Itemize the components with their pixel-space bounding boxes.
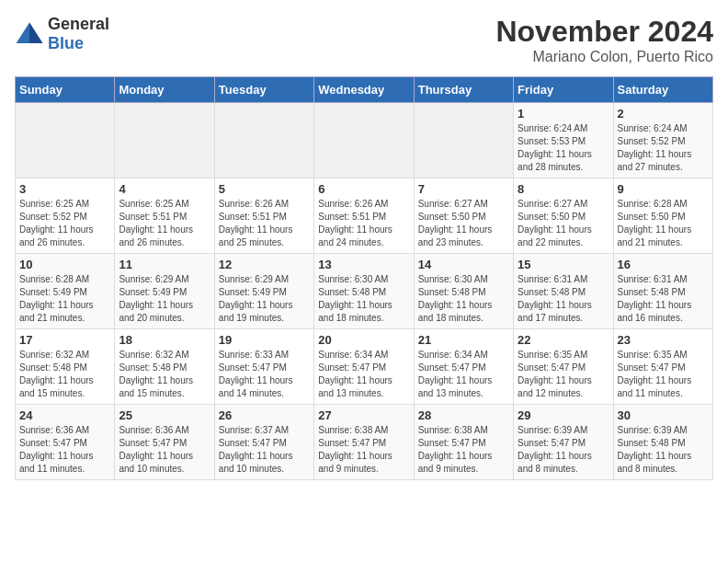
- day-number: 13: [318, 258, 409, 271]
- calendar-cell: 3Sunrise: 6:25 AM Sunset: 5:52 PM Daylig…: [16, 178, 115, 254]
- day-number: 25: [119, 408, 210, 422]
- day-info: Sunrise: 6:28 AM Sunset: 5:50 PM Dayligh…: [618, 198, 709, 249]
- calendar-cell: [314, 103, 414, 178]
- day-number: 4: [119, 182, 210, 196]
- logo-icon: [15, 21, 44, 47]
- calendar-cell: [115, 103, 214, 178]
- day-info: Sunrise: 6:34 AM Sunset: 5:47 PM Dayligh…: [318, 349, 409, 400]
- calendar-cell: 18Sunrise: 6:32 AM Sunset: 5:48 PM Dayli…: [115, 329, 214, 405]
- month-title: November 2024: [495, 15, 713, 49]
- day-number: 7: [418, 182, 509, 196]
- day-info: Sunrise: 6:32 AM Sunset: 5:48 PM Dayligh…: [19, 349, 110, 400]
- day-info: Sunrise: 6:36 AM Sunset: 5:47 PM Dayligh…: [19, 424, 110, 476]
- title-area: November 2024 Mariano Colon, Puerto Rico: [495, 15, 713, 65]
- day-number: 18: [119, 333, 210, 347]
- calendar-header-row: SundayMondayTuesdayWednesdayThursdayFrid…: [16, 77, 713, 103]
- day-number: 17: [19, 333, 110, 347]
- calendar-week-row: 10Sunrise: 6:28 AM Sunset: 5:49 PM Dayli…: [16, 254, 713, 329]
- day-number: 27: [318, 408, 409, 422]
- day-number: 22: [518, 333, 609, 347]
- day-number: 15: [518, 258, 609, 271]
- calendar-cell: 28Sunrise: 6:38 AM Sunset: 5:47 PM Dayli…: [414, 405, 513, 480]
- day-info: Sunrise: 6:35 AM Sunset: 5:47 PM Dayligh…: [618, 349, 709, 400]
- day-info: Sunrise: 6:28 AM Sunset: 5:49 PM Dayligh…: [19, 273, 110, 325]
- calendar-cell: 4Sunrise: 6:25 AM Sunset: 5:51 PM Daylig…: [115, 178, 214, 254]
- calendar-cell: 15Sunrise: 6:31 AM Sunset: 5:48 PM Dayli…: [514, 254, 613, 329]
- calendar-cell: 21Sunrise: 6:34 AM Sunset: 5:47 PM Dayli…: [414, 329, 513, 405]
- calendar-cell: 24Sunrise: 6:36 AM Sunset: 5:47 PM Dayli…: [16, 405, 115, 480]
- weekday-header: Wednesday: [314, 77, 414, 103]
- day-number: 1: [518, 107, 609, 121]
- day-number: 24: [19, 408, 110, 422]
- day-number: 20: [318, 333, 409, 347]
- weekday-header: Thursday: [414, 77, 513, 103]
- logo-blue: Blue: [48, 34, 84, 52]
- weekday-header: Monday: [115, 77, 214, 103]
- calendar-cell: 30Sunrise: 6:39 AM Sunset: 5:48 PM Dayli…: [613, 405, 712, 480]
- day-info: Sunrise: 6:38 AM Sunset: 5:47 PM Dayligh…: [318, 424, 409, 476]
- calendar-cell: 23Sunrise: 6:35 AM Sunset: 5:47 PM Dayli…: [613, 329, 712, 405]
- day-info: Sunrise: 6:24 AM Sunset: 5:52 PM Dayligh…: [618, 122, 709, 174]
- logo-text: General Blue: [48, 15, 109, 53]
- calendar-cell: 5Sunrise: 6:26 AM Sunset: 5:51 PM Daylig…: [214, 178, 313, 254]
- day-number: 30: [618, 408, 709, 422]
- day-number: 23: [618, 333, 709, 347]
- day-info: Sunrise: 6:29 AM Sunset: 5:49 PM Dayligh…: [219, 273, 310, 325]
- calendar-cell: 19Sunrise: 6:33 AM Sunset: 5:47 PM Dayli…: [214, 329, 313, 405]
- svg-marker-1: [29, 23, 42, 43]
- calendar-cell: 8Sunrise: 6:27 AM Sunset: 5:50 PM Daylig…: [514, 178, 613, 254]
- calendar-cell: 25Sunrise: 6:36 AM Sunset: 5:47 PM Dayli…: [115, 405, 214, 480]
- header: General Blue November 2024 Mariano Colon…: [15, 15, 713, 65]
- calendar-cell: 10Sunrise: 6:28 AM Sunset: 5:49 PM Dayli…: [16, 254, 115, 329]
- day-info: Sunrise: 6:25 AM Sunset: 5:51 PM Dayligh…: [119, 198, 210, 249]
- calendar-week-row: 17Sunrise: 6:32 AM Sunset: 5:48 PM Dayli…: [16, 329, 713, 405]
- day-info: Sunrise: 6:27 AM Sunset: 5:50 PM Dayligh…: [518, 198, 609, 249]
- calendar-cell: 20Sunrise: 6:34 AM Sunset: 5:47 PM Dayli…: [314, 329, 414, 405]
- calendar-cell: 12Sunrise: 6:29 AM Sunset: 5:49 PM Dayli…: [214, 254, 313, 329]
- calendar-week-row: 3Sunrise: 6:25 AM Sunset: 5:52 PM Daylig…: [16, 178, 713, 254]
- location-title: Mariano Colon, Puerto Rico: [495, 49, 713, 65]
- calendar-cell: 27Sunrise: 6:38 AM Sunset: 5:47 PM Dayli…: [314, 405, 414, 480]
- day-number: 8: [518, 182, 609, 196]
- day-number: 11: [119, 258, 210, 271]
- calendar-cell: 22Sunrise: 6:35 AM Sunset: 5:47 PM Dayli…: [514, 329, 613, 405]
- day-number: 10: [19, 258, 110, 271]
- day-info: Sunrise: 6:31 AM Sunset: 5:48 PM Dayligh…: [618, 273, 709, 325]
- day-info: Sunrise: 6:26 AM Sunset: 5:51 PM Dayligh…: [318, 198, 409, 249]
- day-info: Sunrise: 6:30 AM Sunset: 5:48 PM Dayligh…: [318, 273, 409, 325]
- weekday-header: Saturday: [613, 77, 712, 103]
- day-info: Sunrise: 6:35 AM Sunset: 5:47 PM Dayligh…: [518, 349, 609, 400]
- logo-general: General: [48, 15, 109, 33]
- calendar-week-row: 24Sunrise: 6:36 AM Sunset: 5:47 PM Dayli…: [16, 405, 713, 480]
- calendar-body: 1Sunrise: 6:24 AM Sunset: 5:53 PM Daylig…: [16, 103, 713, 480]
- calendar-cell: 11Sunrise: 6:29 AM Sunset: 5:49 PM Dayli…: [115, 254, 214, 329]
- day-info: Sunrise: 6:37 AM Sunset: 5:47 PM Dayligh…: [219, 424, 310, 476]
- day-info: Sunrise: 6:27 AM Sunset: 5:50 PM Dayligh…: [418, 198, 509, 249]
- calendar-week-row: 1Sunrise: 6:24 AM Sunset: 5:53 PM Daylig…: [16, 103, 713, 178]
- day-info: Sunrise: 6:26 AM Sunset: 5:51 PM Dayligh…: [219, 198, 310, 249]
- day-info: Sunrise: 6:36 AM Sunset: 5:47 PM Dayligh…: [119, 424, 210, 476]
- weekday-header: Friday: [514, 77, 613, 103]
- calendar-table: SundayMondayTuesdayWednesdayThursdayFrid…: [15, 76, 713, 480]
- day-info: Sunrise: 6:25 AM Sunset: 5:52 PM Dayligh…: [19, 198, 110, 249]
- day-number: 19: [219, 333, 310, 347]
- day-number: 3: [19, 182, 110, 196]
- calendar-cell: [214, 103, 313, 178]
- calendar-cell: 26Sunrise: 6:37 AM Sunset: 5:47 PM Dayli…: [214, 405, 313, 480]
- day-number: 6: [318, 182, 409, 196]
- day-info: Sunrise: 6:38 AM Sunset: 5:47 PM Dayligh…: [418, 424, 509, 476]
- day-info: Sunrise: 6:31 AM Sunset: 5:48 PM Dayligh…: [518, 273, 609, 325]
- day-info: Sunrise: 6:29 AM Sunset: 5:49 PM Dayligh…: [119, 273, 210, 325]
- day-number: 28: [418, 408, 509, 422]
- calendar-cell: 14Sunrise: 6:30 AM Sunset: 5:48 PM Dayli…: [414, 254, 513, 329]
- weekday-header: Sunday: [16, 77, 115, 103]
- day-info: Sunrise: 6:39 AM Sunset: 5:47 PM Dayligh…: [518, 424, 609, 476]
- day-number: 14: [418, 258, 509, 271]
- calendar-cell: 9Sunrise: 6:28 AM Sunset: 5:50 PM Daylig…: [613, 178, 712, 254]
- day-number: 2: [618, 107, 709, 121]
- day-info: Sunrise: 6:32 AM Sunset: 5:48 PM Dayligh…: [119, 349, 210, 400]
- calendar-cell: 16Sunrise: 6:31 AM Sunset: 5:48 PM Dayli…: [613, 254, 712, 329]
- day-number: 21: [418, 333, 509, 347]
- calendar-cell: 7Sunrise: 6:27 AM Sunset: 5:50 PM Daylig…: [414, 178, 513, 254]
- calendar-cell: 13Sunrise: 6:30 AM Sunset: 5:48 PM Dayli…: [314, 254, 414, 329]
